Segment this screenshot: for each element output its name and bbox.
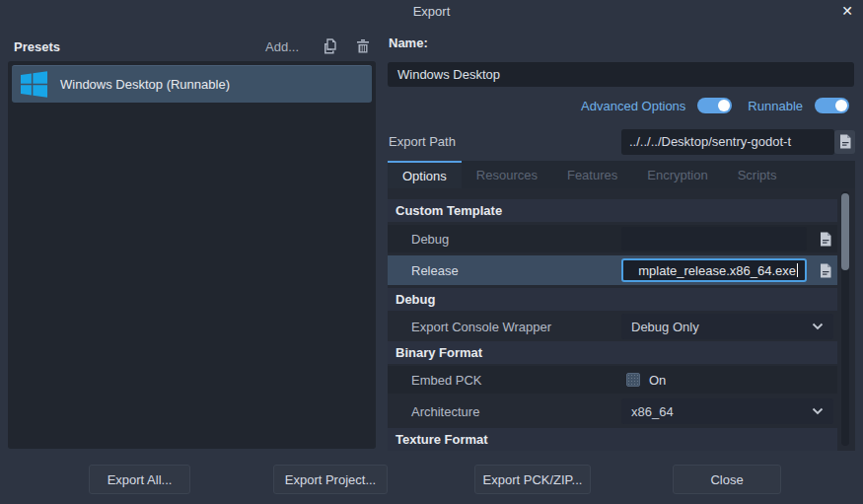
advanced-options-toggle[interactable] xyxy=(697,98,732,113)
export-all-button[interactable]: Export All... xyxy=(89,465,190,494)
delete-preset-button[interactable] xyxy=(354,37,372,55)
close-icon[interactable]: ✕ xyxy=(838,2,856,20)
release-template-browse-button[interactable] xyxy=(816,263,835,278)
option-row-architecture: Architecture x86_64 xyxy=(388,397,837,425)
section-binary-format: Binary Format xyxy=(388,341,837,364)
dialog-title: Export xyxy=(0,4,863,19)
runnable-label: Runnable xyxy=(748,99,803,113)
section-debug: Debug xyxy=(388,288,837,311)
tab-options[interactable]: Options xyxy=(388,161,462,188)
console-wrapper-label: Export Console Wrapper xyxy=(388,320,551,334)
windows-logo-icon xyxy=(21,71,47,98)
text-caret xyxy=(797,263,798,277)
debug-template-input[interactable] xyxy=(621,227,807,251)
preset-item-windows-desktop[interactable]: Windows Desktop (Runnable) xyxy=(12,65,372,103)
export-pck-zip-button[interactable]: Export PCK/ZIP... xyxy=(474,465,591,494)
section-texture-format: Texture Format xyxy=(388,428,837,451)
presets-title: Presets xyxy=(14,39,265,54)
option-row-debug-template: Debug xyxy=(388,225,837,252)
embed-pck-state: On xyxy=(649,373,666,388)
trash-icon xyxy=(355,38,371,54)
file-icon xyxy=(838,134,852,149)
architecture-dropdown[interactable]: x86_64 xyxy=(621,398,833,424)
runnable-toggle[interactable] xyxy=(815,98,849,113)
debug-template-label: Debug xyxy=(388,232,449,247)
duplicate-icon xyxy=(322,38,338,55)
browse-path-button[interactable] xyxy=(834,130,855,154)
export-path-value: ../../../Desktop/sentry-godot-t xyxy=(629,134,791,149)
release-template-input[interactable]: mplate_release.x86_64.exe xyxy=(621,258,807,282)
options-scrollbar-thumb[interactable] xyxy=(841,193,849,270)
preset-item-label: Windows Desktop (Runnable) xyxy=(60,77,230,92)
section-custom-template: Custom Template xyxy=(388,199,837,222)
presets-list: Windows Desktop (Runnable) xyxy=(8,61,376,449)
advanced-options-label: Advanced Options xyxy=(581,99,685,113)
chevron-down-icon xyxy=(812,323,824,330)
debug-template-browse-button[interactable] xyxy=(816,232,835,247)
export-project-button[interactable]: Export Project... xyxy=(273,465,388,494)
embed-pck-label: Embed PCK xyxy=(388,373,482,388)
tab-features[interactable]: Features xyxy=(552,161,632,188)
toggle-knob xyxy=(718,100,730,111)
add-preset-button[interactable]: Add... xyxy=(265,39,299,54)
release-template-label: Release xyxy=(388,263,459,278)
tab-resources[interactable]: Resources xyxy=(462,161,552,188)
tab-scripts[interactable]: Scripts xyxy=(723,161,792,188)
embed-pck-checkbox[interactable] xyxy=(626,373,640,387)
option-row-console-wrapper: Export Console Wrapper Debug Only xyxy=(388,313,837,340)
duplicate-preset-button[interactable] xyxy=(321,37,338,55)
toggle-knob xyxy=(835,100,847,111)
name-input[interactable]: Windows Desktop xyxy=(388,62,854,87)
console-wrapper-value: Debug Only xyxy=(631,320,699,334)
architecture-value: x86_64 xyxy=(631,404,674,419)
export-path-row: Export Path ../../../Desktop/sentry-godo… xyxy=(389,128,855,155)
console-wrapper-dropdown[interactable]: Debug Only xyxy=(621,314,833,339)
export-settings-pane: Name: Windows Desktop Advanced Options R… xyxy=(388,30,855,451)
toggles-row: Advanced Options Runnable xyxy=(581,98,853,113)
export-tabs: Options Resources Features Encryption Sc… xyxy=(388,161,855,188)
option-row-release-template[interactable]: Release mplate_release.x86_64.exe xyxy=(388,255,837,285)
options-panel: Custom Template Debug Release mplate_rel… xyxy=(388,188,855,451)
export-path-input[interactable]: ../../../Desktop/sentry-godot-t xyxy=(621,129,834,155)
presets-header-row: Presets Add... xyxy=(14,36,372,57)
name-input-value: Windows Desktop xyxy=(397,67,500,82)
name-label: Name: xyxy=(389,36,428,50)
chevron-down-icon xyxy=(812,407,824,415)
release-template-value: mplate_release.x86_64.exe xyxy=(638,263,796,278)
option-row-embed-pck: Embed PCK On xyxy=(388,366,837,394)
export-path-label: Export Path xyxy=(389,134,456,149)
architecture-label: Architecture xyxy=(388,404,479,419)
export-dialog: { "window": { "title": "Export", "close_… xyxy=(0,0,863,504)
tab-encryption[interactable]: Encryption xyxy=(632,161,722,188)
close-button[interactable]: Close xyxy=(673,465,781,494)
